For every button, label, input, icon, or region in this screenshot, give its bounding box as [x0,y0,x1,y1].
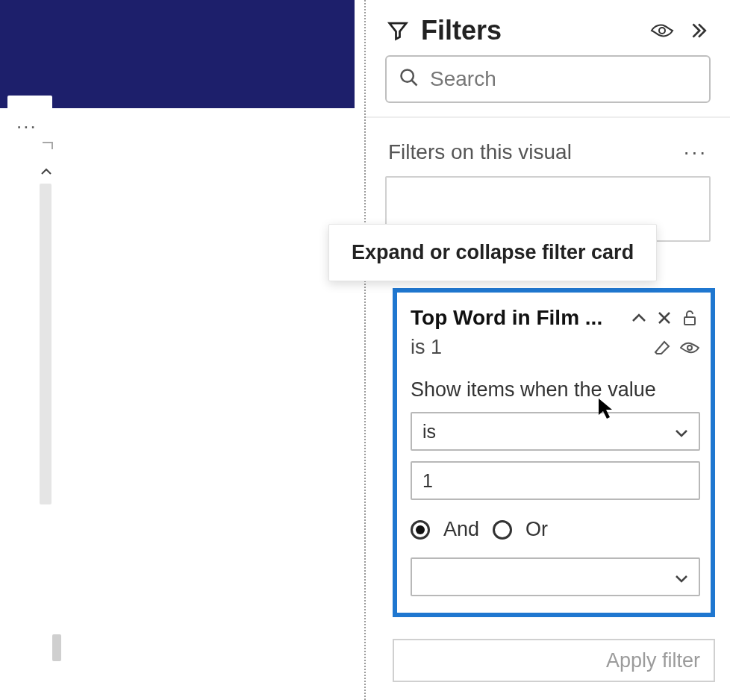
report-tab[interactable] [7,96,52,116]
svg-point-6 [687,346,692,350]
filters-section-header: Filters on this visual ··· [366,118,730,176]
filter-prompt-label: Show items when the value [411,378,700,401]
radio-or[interactable] [493,520,512,540]
eye-icon[interactable] [649,18,675,43]
radio-and-label: And [443,518,479,541]
value-input[interactable] [411,461,700,500]
svg-rect-5 [684,317,695,325]
chevron-up-icon[interactable] [628,307,649,328]
tab-more-ellipsis[interactable]: ··· [16,116,37,136]
filter-card-expanded: Top Word in Film ... is 1 Show it [393,288,715,617]
svg-line-2 [412,81,417,86]
operator-selected-value: is [422,421,436,443]
logic-radio-group: And Or [411,518,700,541]
radio-and[interactable] [411,520,430,540]
svg-point-0 [659,28,665,34]
close-icon[interactable] [654,307,675,328]
eraser-icon[interactable] [652,337,673,358]
report-canvas: ··· [0,0,366,700]
search-box[interactable] [385,55,711,103]
search-container [366,55,730,116]
operator2-select[interactable] [411,557,700,596]
filter-icon [385,18,411,43]
scrollbar-track[interactable] [40,184,52,504]
section-more-icon[interactable]: ··· [684,140,708,164]
search-input[interactable] [430,67,697,91]
eye-small-icon[interactable] [679,337,700,358]
apply-filter-label: Apply filter [606,649,700,672]
radio-or-label: Or [525,518,548,541]
apply-filter-button[interactable]: Apply filter [393,639,715,682]
collapse-pane-icon[interactable] [685,18,711,43]
lock-icon[interactable] [679,307,700,328]
filters-section-title: Filters on this visual [388,140,684,164]
operator-select[interactable]: is [411,412,700,451]
canvas-edge [34,142,57,664]
scrollbar-thumb[interactable] [52,634,61,661]
tooltip-expand-collapse: Expand or collapse filter card [328,224,657,281]
search-icon [399,67,419,91]
report-header-area [0,0,355,108]
filter-card-title: Top Word in Film ... [411,306,624,330]
filters-pane-title: Filters [421,15,639,46]
filter-card-summary: is 1 [411,336,646,359]
chevron-down-icon [675,566,688,588]
svg-point-1 [402,70,414,82]
selection-corner-handle[interactable] [43,142,53,149]
scroll-up-icon[interactable] [40,164,52,180]
filters-pane-header: Filters [366,0,730,55]
chevron-down-icon [675,421,688,443]
